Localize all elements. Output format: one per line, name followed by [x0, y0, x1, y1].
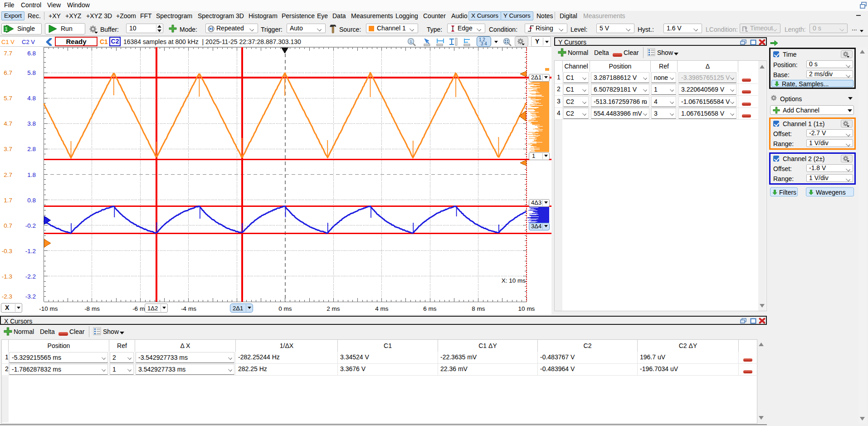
svg-text:4 ms: 4 ms: [375, 305, 389, 312]
svg-text:6.7: 6.7: [4, 69, 12, 76]
svg-text:-0.2: -0.2: [25, 222, 36, 229]
svg-text:0.8: 0.8: [27, 197, 36, 204]
svg-text:-8 ms: -8 ms: [84, 305, 100, 312]
svg-text:-0.3: -0.3: [2, 248, 12, 255]
svg-text:2.8: 2.8: [27, 146, 36, 152]
svg-text:7.7: 7.7: [4, 50, 12, 57]
svg-text:-2.2: -2.2: [25, 273, 36, 280]
svg-text:-3.2: -3.2: [25, 293, 36, 300]
svg-text:-2.3: -2.3: [2, 293, 12, 300]
svg-text:X: 10 ms: X: 10 ms: [502, 277, 526, 284]
svg-text:2 ms: 2 ms: [327, 305, 340, 312]
svg-text:6 ms: 6 ms: [423, 305, 437, 312]
svg-text:6.8: 6.8: [27, 50, 36, 57]
svg-text:-1.2: -1.2: [25, 248, 36, 255]
svg-text:-10 ms: -10 ms: [39, 305, 58, 312]
svg-text:0.7: 0.7: [4, 222, 12, 229]
svg-text:4.8: 4.8: [27, 95, 36, 102]
svg-text:5.7: 5.7: [4, 95, 12, 102]
svg-text:-1.3: -1.3: [2, 273, 12, 280]
svg-text:1.8: 1.8: [27, 171, 36, 178]
svg-text:1.7: 1.7: [4, 197, 12, 204]
svg-text:-4 ms: -4 ms: [181, 305, 196, 312]
svg-text:1: 1: [5, 26, 7, 32]
svg-text:3.7: 3.7: [4, 146, 12, 152]
svg-text:10 ms: 10 ms: [518, 305, 535, 312]
svg-text:8 ms: 8 ms: [472, 305, 485, 312]
svg-text:4.7: 4.7: [4, 120, 12, 127]
svg-text:3.8: 3.8: [27, 120, 36, 127]
svg-text:0 ms: 0 ms: [278, 305, 292, 312]
svg-text:2.7: 2.7: [4, 171, 12, 178]
svg-text:5.8: 5.8: [27, 69, 36, 76]
